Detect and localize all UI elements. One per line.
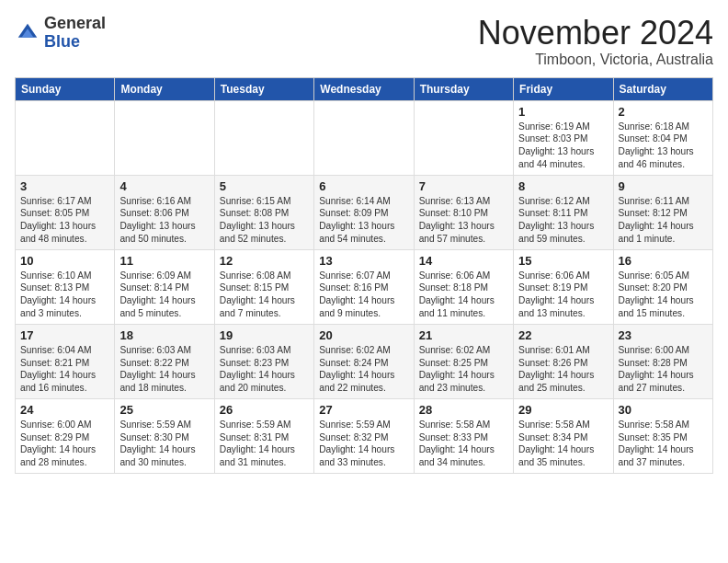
logo-icon bbox=[15, 20, 40, 46]
page-header: General Blue November 2024 Timboon, Vict… bbox=[15, 15, 713, 68]
header-thursday: Thursday bbox=[414, 77, 513, 100]
day-number: 14 bbox=[419, 254, 508, 268]
calendar-week-1: 1Sunrise: 6:19 AM Sunset: 8:03 PM Daylig… bbox=[16, 100, 713, 175]
calendar-cell: 10Sunrise: 6:10 AM Sunset: 8:13 PM Dayli… bbox=[16, 249, 115, 324]
day-number: 4 bbox=[119, 179, 209, 193]
calendar-cell: 11Sunrise: 6:09 AM Sunset: 8:14 PM Dayli… bbox=[115, 249, 214, 324]
day-number: 11 bbox=[119, 254, 209, 268]
calendar-cell: 21Sunrise: 6:02 AM Sunset: 8:25 PM Dayli… bbox=[414, 324, 513, 398]
calendar-cell: 25Sunrise: 5:59 AM Sunset: 8:30 PM Dayli… bbox=[115, 398, 214, 473]
calendar-cell: 22Sunrise: 6:01 AM Sunset: 8:26 PM Dayli… bbox=[514, 324, 613, 398]
day-info: Sunrise: 6:03 AM Sunset: 8:23 PM Dayligh… bbox=[220, 344, 309, 395]
day-number: 7 bbox=[419, 179, 508, 193]
day-number: 13 bbox=[319, 254, 408, 268]
day-info: Sunrise: 5:58 AM Sunset: 8:35 PM Dayligh… bbox=[619, 419, 708, 469]
day-number: 10 bbox=[20, 254, 109, 268]
day-number: 30 bbox=[619, 403, 708, 417]
calendar-cell: 12Sunrise: 6:08 AM Sunset: 8:15 PM Dayli… bbox=[214, 249, 313, 324]
calendar-cell: 13Sunrise: 6:07 AM Sunset: 8:16 PM Dayli… bbox=[314, 249, 414, 324]
logo-text: General Blue bbox=[44, 15, 106, 52]
header-sunday: Sunday bbox=[16, 77, 115, 100]
day-number: 21 bbox=[419, 328, 508, 342]
day-number: 22 bbox=[518, 328, 608, 342]
day-number: 5 bbox=[220, 179, 309, 193]
calendar-cell bbox=[16, 100, 115, 175]
calendar-cell: 18Sunrise: 6:03 AM Sunset: 8:22 PM Dayli… bbox=[115, 324, 214, 398]
calendar-cell: 16Sunrise: 6:05 AM Sunset: 8:20 PM Dayli… bbox=[613, 249, 712, 324]
day-number: 27 bbox=[319, 403, 408, 417]
day-number: 28 bbox=[419, 403, 508, 417]
day-info: Sunrise: 6:10 AM Sunset: 8:13 PM Dayligh… bbox=[20, 270, 109, 320]
day-info: Sunrise: 6:00 AM Sunset: 8:28 PM Dayligh… bbox=[619, 344, 708, 395]
day-info: Sunrise: 6:14 AM Sunset: 8:09 PM Dayligh… bbox=[319, 195, 408, 246]
day-info: Sunrise: 6:11 AM Sunset: 8:12 PM Dayligh… bbox=[619, 195, 708, 246]
calendar-week-5: 24Sunrise: 6:00 AM Sunset: 8:29 PM Dayli… bbox=[16, 398, 713, 473]
day-number: 9 bbox=[619, 179, 708, 193]
calendar-cell: 23Sunrise: 6:00 AM Sunset: 8:28 PM Dayli… bbox=[613, 324, 712, 398]
day-number: 6 bbox=[319, 179, 408, 193]
day-info: Sunrise: 6:12 AM Sunset: 8:11 PM Dayligh… bbox=[518, 195, 608, 246]
calendar-week-3: 10Sunrise: 6:10 AM Sunset: 8:13 PM Dayli… bbox=[16, 249, 713, 324]
header-monday: Monday bbox=[115, 77, 214, 100]
month-title: November 2024 bbox=[478, 15, 713, 52]
header-friday: Friday bbox=[514, 77, 613, 100]
calendar-cell: 6Sunrise: 6:14 AM Sunset: 8:09 PM Daylig… bbox=[314, 175, 414, 249]
calendar-table: SundayMondayTuesdayWednesdayThursdayFrid… bbox=[15, 77, 713, 474]
day-number: 26 bbox=[220, 403, 309, 417]
calendar-cell: 28Sunrise: 5:58 AM Sunset: 8:33 PM Dayli… bbox=[414, 398, 513, 473]
calendar-cell: 1Sunrise: 6:19 AM Sunset: 8:03 PM Daylig… bbox=[514, 100, 613, 175]
calendar-cell: 19Sunrise: 6:03 AM Sunset: 8:23 PM Dayli… bbox=[214, 324, 313, 398]
calendar-cell: 24Sunrise: 6:00 AM Sunset: 8:29 PM Dayli… bbox=[16, 398, 115, 473]
day-number: 15 bbox=[518, 254, 608, 268]
calendar-cell: 17Sunrise: 6:04 AM Sunset: 8:21 PM Dayli… bbox=[16, 324, 115, 398]
day-info: Sunrise: 6:13 AM Sunset: 8:10 PM Dayligh… bbox=[419, 195, 508, 246]
day-number: 24 bbox=[20, 403, 109, 417]
day-info: Sunrise: 6:06 AM Sunset: 8:19 PM Dayligh… bbox=[518, 270, 608, 320]
day-info: Sunrise: 6:01 AM Sunset: 8:26 PM Dayligh… bbox=[518, 344, 608, 395]
day-info: Sunrise: 6:19 AM Sunset: 8:03 PM Dayligh… bbox=[518, 121, 608, 171]
day-number: 3 bbox=[20, 179, 109, 193]
day-number: 12 bbox=[220, 254, 309, 268]
day-info: Sunrise: 5:58 AM Sunset: 8:34 PM Dayligh… bbox=[518, 419, 608, 469]
logo: General Blue bbox=[15, 15, 106, 52]
day-number: 20 bbox=[319, 328, 408, 342]
day-info: Sunrise: 6:16 AM Sunset: 8:06 PM Dayligh… bbox=[119, 195, 209, 246]
day-number: 18 bbox=[119, 328, 209, 342]
day-info: Sunrise: 6:03 AM Sunset: 8:22 PM Dayligh… bbox=[119, 344, 209, 395]
day-info: Sunrise: 6:05 AM Sunset: 8:20 PM Dayligh… bbox=[619, 270, 708, 320]
day-number: 25 bbox=[119, 403, 209, 417]
day-info: Sunrise: 6:08 AM Sunset: 8:15 PM Dayligh… bbox=[220, 270, 309, 320]
header-wednesday: Wednesday bbox=[314, 77, 414, 100]
logo-blue: Blue bbox=[44, 32, 80, 51]
day-info: Sunrise: 5:59 AM Sunset: 8:31 PM Dayligh… bbox=[220, 419, 309, 469]
calendar-cell: 8Sunrise: 6:12 AM Sunset: 8:11 PM Daylig… bbox=[514, 175, 613, 249]
title-block: November 2024 Timboon, Victoria, Austral… bbox=[478, 15, 713, 68]
day-info: Sunrise: 6:07 AM Sunset: 8:16 PM Dayligh… bbox=[319, 270, 408, 320]
day-info: Sunrise: 6:06 AM Sunset: 8:18 PM Dayligh… bbox=[419, 270, 508, 320]
calendar-cell bbox=[314, 100, 414, 175]
location-title: Timboon, Victoria, Australia bbox=[478, 52, 713, 68]
calendar-cell bbox=[115, 100, 214, 175]
calendar-cell: 3Sunrise: 6:17 AM Sunset: 8:05 PM Daylig… bbox=[16, 175, 115, 249]
day-number: 17 bbox=[20, 328, 109, 342]
calendar-cell bbox=[414, 100, 513, 175]
calendar-cell: 9Sunrise: 6:11 AM Sunset: 8:12 PM Daylig… bbox=[613, 175, 712, 249]
calendar-cell: 29Sunrise: 5:58 AM Sunset: 8:34 PM Dayli… bbox=[514, 398, 613, 473]
calendar-cell: 5Sunrise: 6:15 AM Sunset: 8:08 PM Daylig… bbox=[214, 175, 313, 249]
day-number: 16 bbox=[619, 254, 708, 268]
calendar-header-row: SundayMondayTuesdayWednesdayThursdayFrid… bbox=[16, 77, 713, 100]
day-info: Sunrise: 5:58 AM Sunset: 8:33 PM Dayligh… bbox=[419, 419, 508, 469]
calendar-cell: 7Sunrise: 6:13 AM Sunset: 8:10 PM Daylig… bbox=[414, 175, 513, 249]
day-info: Sunrise: 6:17 AM Sunset: 8:05 PM Dayligh… bbox=[20, 195, 109, 246]
calendar-week-4: 17Sunrise: 6:04 AM Sunset: 8:21 PM Dayli… bbox=[16, 324, 713, 398]
calendar-cell: 26Sunrise: 5:59 AM Sunset: 8:31 PM Dayli… bbox=[214, 398, 313, 473]
calendar-cell: 20Sunrise: 6:02 AM Sunset: 8:24 PM Dayli… bbox=[314, 324, 414, 398]
day-number: 29 bbox=[518, 403, 608, 417]
day-info: Sunrise: 6:18 AM Sunset: 8:04 PM Dayligh… bbox=[619, 121, 708, 171]
header-saturday: Saturday bbox=[613, 77, 712, 100]
calendar-cell: 30Sunrise: 5:58 AM Sunset: 8:35 PM Dayli… bbox=[613, 398, 712, 473]
day-info: Sunrise: 6:09 AM Sunset: 8:14 PM Dayligh… bbox=[119, 270, 209, 320]
day-number: 19 bbox=[220, 328, 309, 342]
calendar-cell: 27Sunrise: 5:59 AM Sunset: 8:32 PM Dayli… bbox=[314, 398, 414, 473]
day-info: Sunrise: 6:02 AM Sunset: 8:25 PM Dayligh… bbox=[419, 344, 508, 395]
